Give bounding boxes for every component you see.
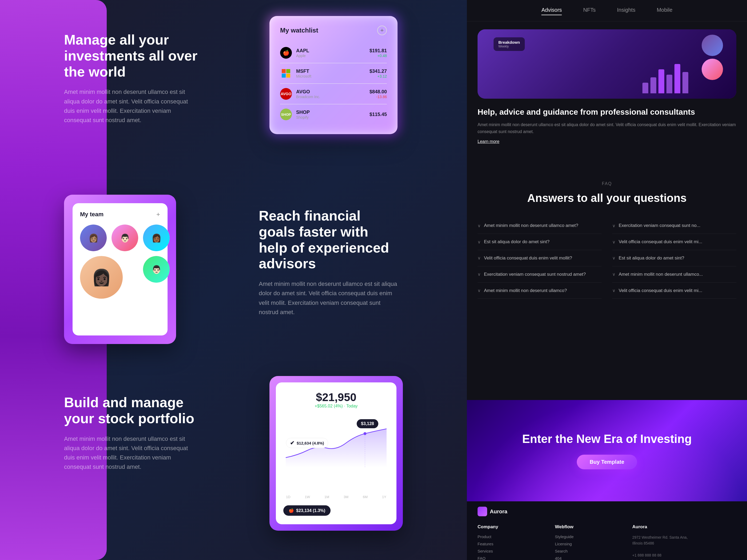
- aapl-price: $191.81 +0.48: [369, 48, 387, 58]
- team-avatar-2: 👨🏻: [111, 224, 138, 251]
- chart-tooltip: $3,128: [357, 419, 378, 428]
- faq-chevron-7: ∨: [478, 272, 481, 277]
- faq-item-4[interactable]: ∨ Velit officia consequat duis enim veli…: [612, 234, 736, 250]
- faq-item-5[interactable]: ∨ Velit officia consequat duis enim veli…: [478, 250, 601, 266]
- footer-col-webflow: Webflow Styleguide Licensing Search 404 …: [555, 524, 624, 560]
- footer-link-styleguide[interactable]: Styleguide: [555, 534, 624, 539]
- portfolio-bottom-row: 🍎 $23,134 (1.3%): [283, 505, 389, 516]
- advisor-avatar-1: [702, 35, 723, 56]
- avgo-info: AVGO Broadcom Inc.: [296, 89, 365, 99]
- shop-price: $115.45: [369, 112, 387, 117]
- msft-icon: [280, 68, 292, 79]
- apple-badge: 🍎 $23,134 (1.3%): [283, 505, 331, 516]
- watchlist-header: My watchlist +: [280, 26, 387, 35]
- faq-question-4: Velit officia consequat duis enim velit …: [619, 239, 736, 245]
- breakdown-title: Breakdown: [498, 40, 520, 45]
- team-avatar-3: 👩🏾: [143, 224, 170, 251]
- bar-1: [642, 83, 648, 93]
- right-panel: Advisors NFTs Insights Mobile Breakdown …: [467, 0, 747, 560]
- faq-chevron-1: ∨: [478, 223, 481, 228]
- footer-link-services[interactable]: Services: [478, 549, 547, 553]
- footer-link-licensing[interactable]: Licensing: [555, 541, 624, 546]
- faq-question-8: Amet minim mollit non deserunt ullamco..…: [619, 271, 736, 277]
- portfolio-amount: $21,950: [283, 391, 389, 404]
- msft-value: $341.27: [369, 69, 387, 74]
- faq-item-7[interactable]: ∨ Exercitation veniam consequat sunt nos…: [478, 266, 601, 283]
- avgo-ticker: AVGO: [296, 89, 365, 95]
- msft-change: +3.12: [369, 74, 387, 78]
- faq-item-1[interactable]: ∨ Amet minim mollit non deserunt ullamco…: [478, 218, 601, 234]
- avgo-company: Broadcom Inc.: [296, 95, 365, 99]
- manage-body: Amet minim mollit non deserunt ullamco e…: [64, 87, 198, 125]
- faq-item-8[interactable]: ∨ Amet minim mollit non deserunt ullamco…: [612, 266, 736, 283]
- faq-title: Answers to all your questions: [478, 191, 736, 205]
- avatar-grid: 👩🏽 👨🏻 👩🏾 👩🏿 👨🏻: [80, 224, 160, 299]
- chart-area: $3,128 ✔ $12,634 (4.8%): [283, 417, 389, 492]
- stock-row-avgo[interactable]: AVGO AVGO Broadcom Inc. $848.00 -13.86: [280, 84, 387, 104]
- faq-item-9[interactable]: ∨ Amet minim mollit non deserunt ullamco…: [478, 283, 601, 299]
- cta-buy-button[interactable]: Buy Template: [577, 455, 637, 469]
- faq-question-2: Exercitation veniam consequat sunt no...: [619, 222, 736, 229]
- chart-time-axis: 1D 1W 1M 3M 6M 1Y: [283, 495, 389, 499]
- team-avatar-1: 👩🏽: [80, 224, 107, 251]
- advisor-card: Breakdown Weekly: [478, 29, 736, 99]
- advisor-help-body: Amet minim mollit non deserunt ullamco e…: [478, 121, 736, 135]
- faq-question-10: Velit officia consequat duis enim velit …: [619, 288, 736, 294]
- aapl-value: $191.81: [369, 48, 387, 54]
- bar-6: [682, 72, 688, 93]
- team-title: My team: [80, 211, 104, 218]
- advisor-bar-chart: [642, 64, 688, 93]
- nike-value: $12,634 (4.8%): [297, 441, 324, 445]
- portfolio-heading: Build and manage your stock portfolio: [64, 395, 198, 427]
- portfolio-card-inner: $21,950 +$565.02 (4%) · Today $3,128 ✔ $…: [276, 382, 396, 524]
- faq-item-10[interactable]: ∨ Velit officia consequat duis enim veli…: [612, 283, 736, 299]
- watchlist-add-button[interactable]: +: [377, 26, 387, 35]
- footer-link-features[interactable]: Features: [478, 541, 547, 546]
- faq-chevron-8: ∨: [612, 272, 616, 277]
- stock-row-aapl[interactable]: 🍎 AAPL Apple $191.81 +0.48: [280, 43, 387, 63]
- msft-info: MSFT Microsoft: [296, 69, 365, 78]
- apple-badge-value: $23,134 (1.3%): [296, 508, 325, 513]
- advisor-text-section: Help, advice and guidance from professio…: [478, 107, 736, 144]
- faq-chevron-10: ∨: [612, 288, 616, 293]
- faq-chevron-4: ∨: [612, 239, 616, 244]
- nav-item-nfts[interactable]: NFTs: [583, 7, 596, 14]
- portfolio-text-block: Build and manage your stock portfolio Am…: [64, 395, 198, 472]
- bar-4: [666, 75, 672, 93]
- shop-value: $115.45: [369, 112, 387, 117]
- nav-bar: Advisors NFTs Insights Mobile: [467, 0, 747, 21]
- stock-row-shop[interactable]: SHOP SHOP Shopify $115.45: [280, 104, 387, 125]
- footer-logo-icon: [478, 507, 487, 516]
- footer-webflow-title: Webflow: [555, 524, 624, 530]
- footer-link-faq[interactable]: FAQ: [478, 556, 547, 560]
- watchlist-title: My watchlist: [280, 27, 318, 34]
- faq-question-6: Est sit aliqua dolor do amet sint?: [619, 255, 736, 261]
- portfolio-total: $21,950 +$565.02 (4%) · Today: [283, 391, 389, 413]
- footer-link-search[interactable]: Search: [555, 549, 624, 553]
- footer-company-title: Company: [478, 524, 547, 530]
- advisors-section: Breakdown Weekly: [467, 21, 747, 107]
- footer-link-404[interactable]: 404: [555, 556, 624, 560]
- advisor-breakdown-tag: Breakdown Weekly: [494, 37, 525, 51]
- manage-heading: Manage all your investments all over the…: [64, 32, 198, 80]
- nav-item-insights[interactable]: Insights: [617, 7, 636, 14]
- faq-item-6[interactable]: ∨ Est sit aliqua dolor do amet sint?: [612, 250, 736, 266]
- faq-chevron-6: ∨: [612, 256, 616, 261]
- nike-label: ✔ $12,634 (4.8%): [286, 438, 328, 448]
- left-panel: Manage all your investments all over the…: [0, 0, 467, 560]
- stock-row-msft[interactable]: MSFT Microsoft $341.27 +3.12: [280, 63, 387, 84]
- nav-item-advisors[interactable]: Advisors: [541, 7, 562, 14]
- footer-logo-area: Aurora: [478, 507, 736, 516]
- section-manage: Manage all your investments all over the…: [0, 0, 467, 181]
- faq-question-7: Exercitation veniam consequat sunt nostr…: [484, 271, 601, 277]
- faq-item-2[interactable]: ∨ Exercitation veniam consequat sunt no.…: [612, 218, 736, 234]
- faq-item-3[interactable]: ∨ Est sit aliqua dolor do amet sint?: [478, 234, 601, 250]
- nav-item-mobile[interactable]: Mobile: [657, 7, 673, 14]
- faq-label: FAQ: [478, 181, 736, 186]
- manage-text-block: Manage all your investments all over the…: [64, 32, 198, 125]
- apple-badge-icon: 🍎: [289, 508, 294, 513]
- learn-more-link[interactable]: Learn more: [478, 139, 499, 144]
- aapl-icon: 🍎: [280, 47, 292, 59]
- team-add-button[interactable]: +: [156, 211, 160, 218]
- footer-link-product[interactable]: Product: [478, 534, 547, 539]
